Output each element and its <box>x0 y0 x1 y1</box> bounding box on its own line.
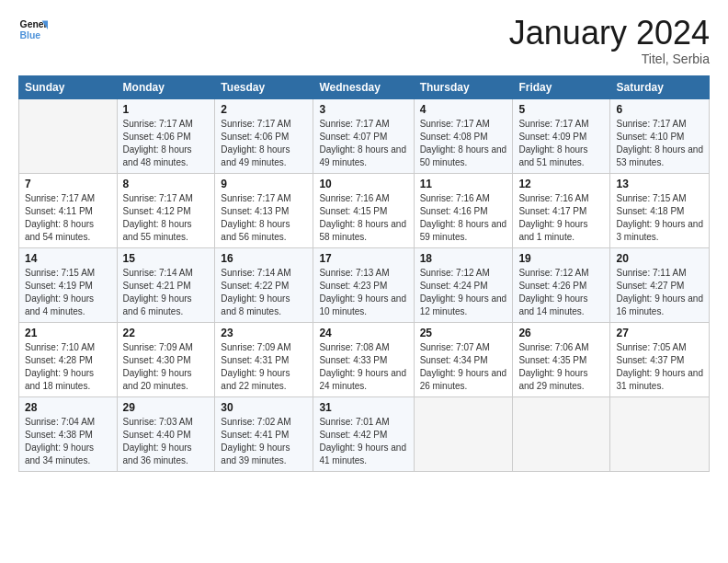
sunrise: Sunrise: 7:17 AM <box>25 192 111 205</box>
day-info: Sunrise: 7:12 AMSunset: 4:24 PMDaylight:… <box>420 267 507 318</box>
calendar-cell: 31Sunrise: 7:01 AMSunset: 4:42 PMDayligh… <box>313 396 414 471</box>
daylight: Daylight: 9 hours and 3 minutes. <box>616 218 703 244</box>
sunset: Sunset: 4:15 PM <box>319 205 407 218</box>
day-number: 5 <box>518 103 604 116</box>
sunset: Sunset: 4:19 PM <box>25 280 111 293</box>
day-number: 6 <box>616 103 703 116</box>
day-number: 10 <box>319 178 407 190</box>
sunrise: Sunrise: 7:14 AM <box>123 267 210 280</box>
calendar-cell: 12Sunrise: 7:16 AMSunset: 4:17 PMDayligh… <box>513 173 610 247</box>
day-number: 19 <box>518 252 604 265</box>
sunset: Sunset: 4:34 PM <box>420 354 507 367</box>
calendar-cell: 2Sunrise: 7:17 AMSunset: 4:06 PMDaylight… <box>215 98 313 173</box>
daylight: Daylight: 9 hours and 1 minute. <box>518 218 604 244</box>
daylight: Daylight: 9 hours and 18 minutes. <box>25 367 111 393</box>
sunset: Sunset: 4:08 PM <box>420 131 507 144</box>
sunrise: Sunrise: 7:17 AM <box>123 118 210 131</box>
sunset: Sunset: 4:06 PM <box>221 131 307 144</box>
day-info: Sunrise: 7:17 AMSunset: 4:08 PMDaylight:… <box>420 118 507 169</box>
calendar-cell: 27Sunrise: 7:05 AMSunset: 4:37 PMDayligh… <box>610 322 710 396</box>
sunset: Sunset: 4:10 PM <box>616 131 703 144</box>
day-number: 4 <box>420 103 507 116</box>
sunset: Sunset: 4:40 PM <box>123 429 210 442</box>
calendar-cell: 14Sunrise: 7:15 AMSunset: 4:19 PMDayligh… <box>19 247 118 322</box>
sunset: Sunset: 4:24 PM <box>420 280 507 293</box>
sunset: Sunset: 4:16 PM <box>420 205 507 218</box>
calendar-cell: 21Sunrise: 7:10 AMSunset: 4:28 PMDayligh… <box>19 322 118 396</box>
day-number: 8 <box>123 178 210 190</box>
daylight: Daylight: 8 hours and 54 minutes. <box>25 218 111 244</box>
day-number: 15 <box>123 252 210 265</box>
daylight: Daylight: 8 hours and 59 minutes. <box>420 218 507 244</box>
day-number: 13 <box>616 178 703 190</box>
sunrise: Sunrise: 7:17 AM <box>616 118 703 131</box>
sunrise: Sunrise: 7:17 AM <box>420 118 507 131</box>
day-info: Sunrise: 7:07 AMSunset: 4:34 PMDaylight:… <box>420 341 507 393</box>
day-number: 7 <box>25 178 111 190</box>
daylight: Daylight: 9 hours and 39 minutes. <box>221 442 307 467</box>
day-info: Sunrise: 7:16 AMSunset: 4:17 PMDaylight:… <box>518 192 604 244</box>
day-number: 20 <box>616 252 703 265</box>
daylight: Daylight: 9 hours and 10 minutes. <box>319 293 407 318</box>
day-number: 23 <box>221 327 307 339</box>
sunrise: Sunrise: 7:01 AM <box>319 416 407 429</box>
calendar-table: Sunday Monday Tuesday Wednesday Thursday… <box>18 75 710 472</box>
logo-icon: General Blue <box>18 15 48 44</box>
calendar-cell: 23Sunrise: 7:09 AMSunset: 4:31 PMDayligh… <box>215 322 313 396</box>
sunset: Sunset: 4:17 PM <box>518 205 604 218</box>
header-friday: Friday <box>513 75 610 98</box>
day-number: 11 <box>420 178 507 190</box>
daylight: Daylight: 9 hours and 22 minutes. <box>221 367 307 393</box>
sunrise: Sunrise: 7:10 AM <box>25 341 111 354</box>
sunrise: Sunrise: 7:17 AM <box>221 118 307 131</box>
daylight: Daylight: 9 hours and 6 minutes. <box>123 293 210 318</box>
sunset: Sunset: 4:33 PM <box>319 354 407 367</box>
calendar-cell: 13Sunrise: 7:15 AMSunset: 4:18 PMDayligh… <box>610 173 710 247</box>
daylight: Daylight: 9 hours and 20 minutes. <box>123 367 210 393</box>
day-number: 31 <box>319 401 407 414</box>
daylight: Daylight: 9 hours and 8 minutes. <box>221 293 307 318</box>
day-number: 25 <box>420 327 507 339</box>
calendar-cell: 11Sunrise: 7:16 AMSunset: 4:16 PMDayligh… <box>414 173 513 247</box>
sunrise: Sunrise: 7:15 AM <box>616 192 703 205</box>
day-number: 9 <box>221 178 307 190</box>
daylight: Daylight: 9 hours and 31 minutes. <box>616 367 703 393</box>
calendar-cell: 9Sunrise: 7:17 AMSunset: 4:13 PMDaylight… <box>215 173 313 247</box>
sunrise: Sunrise: 7:13 AM <box>319 267 407 280</box>
sunset: Sunset: 4:26 PM <box>518 280 604 293</box>
daylight: Daylight: 8 hours and 51 minutes. <box>518 144 604 169</box>
daylight: Daylight: 9 hours and 29 minutes. <box>518 367 604 393</box>
calendar-cell: 15Sunrise: 7:14 AMSunset: 4:21 PMDayligh… <box>117 247 215 322</box>
week-row-4: 28Sunrise: 7:04 AMSunset: 4:38 PMDayligh… <box>19 396 710 471</box>
header-wednesday: Wednesday <box>313 75 414 98</box>
daylight: Daylight: 8 hours and 49 minutes. <box>319 144 407 169</box>
week-row-1: 7Sunrise: 7:17 AMSunset: 4:11 PMDaylight… <box>19 173 710 247</box>
day-number: 28 <box>25 401 111 414</box>
sunset: Sunset: 4:42 PM <box>319 429 407 442</box>
day-info: Sunrise: 7:17 AMSunset: 4:11 PMDaylight:… <box>25 192 111 244</box>
sunset: Sunset: 4:21 PM <box>123 280 210 293</box>
day-number: 12 <box>518 178 604 190</box>
day-info: Sunrise: 7:15 AMSunset: 4:18 PMDaylight:… <box>616 192 703 244</box>
daylight: Daylight: 9 hours and 36 minutes. <box>123 442 210 467</box>
sunset: Sunset: 4:31 PM <box>221 354 307 367</box>
day-number: 29 <box>123 401 210 414</box>
day-info: Sunrise: 7:14 AMSunset: 4:22 PMDaylight:… <box>221 267 307 318</box>
sunrise: Sunrise: 7:08 AM <box>319 341 407 354</box>
sunrise: Sunrise: 7:04 AM <box>25 416 111 429</box>
daylight: Daylight: 9 hours and 14 minutes. <box>518 293 604 318</box>
title-block: January 2024 Titel, Serbia <box>509 15 710 66</box>
logo: General Blue <box>18 15 48 44</box>
sunrise: Sunrise: 7:05 AM <box>616 341 703 354</box>
sunrise: Sunrise: 7:17 AM <box>319 118 407 131</box>
sunset: Sunset: 4:06 PM <box>123 131 210 144</box>
sunrise: Sunrise: 7:12 AM <box>518 267 604 280</box>
calendar-cell: 22Sunrise: 7:09 AMSunset: 4:30 PMDayligh… <box>117 322 215 396</box>
day-info: Sunrise: 7:01 AMSunset: 4:42 PMDaylight:… <box>319 416 407 467</box>
day-info: Sunrise: 7:17 AMSunset: 4:12 PMDaylight:… <box>123 192 210 244</box>
sunset: Sunset: 4:09 PM <box>518 131 604 144</box>
calendar-cell: 10Sunrise: 7:16 AMSunset: 4:15 PMDayligh… <box>313 173 414 247</box>
sunrise: Sunrise: 7:14 AM <box>221 267 307 280</box>
main-title: January 2024 <box>509 15 710 52</box>
sunset: Sunset: 4:23 PM <box>319 280 407 293</box>
